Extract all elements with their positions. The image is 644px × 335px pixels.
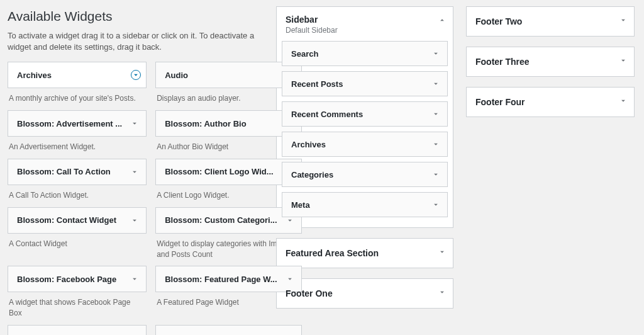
available-widget[interactable]: Blossom: Client Logo Wid... bbox=[155, 159, 301, 185]
available-widget[interactable]: Blossom: Custom Categori... bbox=[155, 207, 301, 234]
widget-area: Footer Four bbox=[466, 87, 635, 117]
sidebar-widget-title: Archives bbox=[291, 140, 326, 149]
chevron-down-icon[interactable] bbox=[430, 198, 442, 211]
widget-area-sidebar-title: Sidebar bbox=[286, 14, 429, 25]
chevron-down-icon[interactable] bbox=[128, 214, 141, 227]
available-widget-description: A Call To Action Widget. bbox=[8, 185, 147, 201]
chevron-down-icon[interactable] bbox=[128, 273, 141, 285]
widget-area-sidebar: Sidebar Default Sidebar SearchRecent Pos… bbox=[276, 6, 453, 228]
available-widget[interactable]: Audio bbox=[155, 62, 301, 88]
widget-area-header[interactable]: Footer Three bbox=[467, 47, 634, 76]
available-widget-title: Blossom: Author Bio bbox=[165, 119, 247, 128]
chevron-down-icon[interactable] bbox=[430, 77, 442, 90]
chevron-down-icon[interactable] bbox=[128, 332, 141, 335]
chevron-down-icon[interactable] bbox=[619, 96, 628, 107]
widget-area-header[interactable]: Footer One bbox=[277, 279, 453, 308]
chevron-up-icon[interactable] bbox=[438, 16, 447, 26]
sidebar-widget-title: Meta bbox=[291, 200, 310, 210]
sidebar-widget[interactable]: Archives bbox=[282, 132, 448, 157]
chevron-down-icon[interactable] bbox=[438, 288, 447, 298]
available-widget-description: A Contact Widget bbox=[8, 234, 147, 249]
widget-area-header[interactable]: Featured Area Section bbox=[277, 239, 453, 268]
chevron-down-icon[interactable] bbox=[128, 166, 141, 178]
chevron-down-icon[interactable] bbox=[430, 168, 442, 181]
available-widget-description: A widget that shows Facebook Page Box bbox=[8, 292, 147, 319]
available-widget-title: Blossom: Featured Page W... bbox=[165, 275, 277, 284]
available-widgets-description: To activate a widget drag it to a sideba… bbox=[8, 30, 264, 53]
available-widget-description: An Advertisement Widget. bbox=[8, 137, 147, 152]
sidebar-widget-title: Search bbox=[291, 49, 318, 59]
chevron-down-icon[interactable] bbox=[619, 56, 628, 67]
widget-area-sidebar-subtitle: Default Sidebar bbox=[286, 26, 429, 35]
chevron-down-icon[interactable] bbox=[619, 16, 628, 26]
sidebar-widget-title: Recent Posts bbox=[291, 79, 343, 89]
widget-area-title: Featured Area Section bbox=[286, 248, 429, 258]
available-widget[interactable]: Blossom: Contact Widget bbox=[8, 207, 147, 234]
available-widgets-heading: Available Widgets bbox=[8, 6, 264, 26]
widget-area-header[interactable]: Footer Two bbox=[467, 7, 634, 36]
widget-area: Featured Area Section bbox=[276, 238, 453, 268]
chevron-down-icon[interactable] bbox=[438, 247, 447, 258]
available-widget-title: Blossom: Facebook Page bbox=[17, 275, 116, 284]
sidebar-widget[interactable]: Recent Posts bbox=[282, 71, 448, 96]
available-widget-title: Blossom: Custom Categori... bbox=[165, 215, 277, 225]
available-widget[interactable]: Blossom: Image Text bbox=[155, 325, 301, 335]
available-widget-title: Blossom: Client Logo Wid... bbox=[165, 167, 274, 176]
available-widget-description: A monthly archive of your site's Posts. bbox=[8, 88, 147, 104]
chevron-down-icon[interactable] bbox=[284, 332, 296, 335]
widget-area-sidebar-header[interactable]: Sidebar Default Sidebar bbox=[277, 7, 453, 41]
available-widget-title: Audio bbox=[165, 71, 188, 80]
chevron-down-icon[interactable] bbox=[128, 117, 141, 130]
available-widget[interactable]: Blossom: Author Bio bbox=[155, 110, 301, 137]
available-widget-title: Blossom: Advertisement ... bbox=[17, 119, 122, 128]
widget-area-title: Footer Four bbox=[475, 97, 610, 107]
available-widget-title: Blossom: Call To Action bbox=[17, 167, 111, 176]
sidebar-widget[interactable]: Search bbox=[282, 41, 448, 66]
chevron-down-icon[interactable] bbox=[430, 138, 442, 150]
widget-area: Footer One bbox=[276, 278, 453, 309]
widget-area-title: Footer Two bbox=[475, 16, 610, 26]
sidebar-widget[interactable]: Meta bbox=[282, 192, 448, 217]
sidebar-widget-title: Recent Comments bbox=[291, 110, 363, 119]
available-widget[interactable]: Blossom: Icon Text bbox=[8, 325, 147, 335]
available-widget-title: Archives bbox=[17, 71, 52, 80]
available-widget[interactable]: Blossom: Facebook Page bbox=[8, 266, 147, 292]
chevron-down-icon[interactable] bbox=[131, 70, 141, 80]
widget-area: Footer Three bbox=[466, 47, 635, 77]
sidebar-widget[interactable]: Recent Comments bbox=[282, 101, 448, 127]
available-widget[interactable]: Archives bbox=[8, 62, 147, 88]
widget-area-title: Footer Three bbox=[475, 57, 610, 67]
available-widget[interactable]: Blossom: Call To Action bbox=[8, 159, 147, 185]
widget-area-header[interactable]: Footer Four bbox=[467, 88, 634, 116]
available-widget-title: Blossom: Contact Widget bbox=[17, 215, 116, 225]
sidebar-widget[interactable]: Categories bbox=[282, 162, 448, 187]
available-widget[interactable]: Blossom: Advertisement ... bbox=[8, 110, 147, 137]
widget-area-title: Footer One bbox=[286, 288, 429, 298]
sidebar-widget-title: Categories bbox=[291, 170, 333, 179]
widget-area: Footer Two bbox=[466, 6, 635, 37]
chevron-down-icon[interactable] bbox=[430, 108, 442, 120]
chevron-down-icon[interactable] bbox=[430, 47, 442, 60]
